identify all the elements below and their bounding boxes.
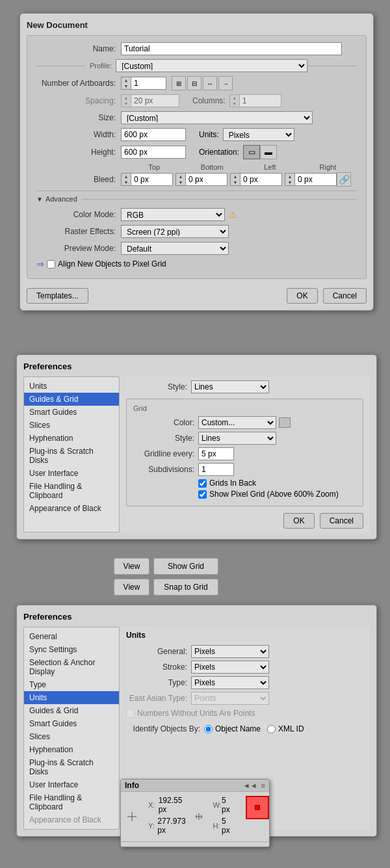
units-east-asian-row: East Asian Type: Points	[126, 692, 363, 705]
gridline-input[interactable]	[198, 447, 234, 460]
bleed-bottom-spinner[interactable]: ▲ ▼ 0 px	[176, 173, 228, 186]
pixel-grid-row: ⇒ Align New Objects to Pixel Grid	[36, 259, 357, 269]
units-sidebar-selection[interactable]: Selection & Anchor Display	[24, 656, 119, 678]
units-sidebar-type[interactable]: Type	[24, 678, 119, 691]
sidebar-item-plugins[interactable]: Plug-ins & Scratch Disks	[24, 445, 119, 467]
bleed-bottom-down[interactable]: ▼	[176, 179, 185, 185]
sidebar-item-file-handling[interactable]: File Handling & Clipboard	[24, 480, 119, 502]
units-sidebar-hyphen[interactable]: Hyphenation	[24, 743, 119, 756]
sidebar-item-smart-guides[interactable]: Smart Guides	[24, 406, 119, 419]
guides-cancel-button[interactable]: Cancel	[320, 513, 363, 529]
link-bleed-btn[interactable]: 🔗	[337, 172, 351, 187]
grid-color-swatch[interactable]	[279, 417, 291, 428]
arrow-right-icon[interactable]: →	[218, 76, 233, 90]
xml-id-radio[interactable]	[267, 725, 276, 733]
advanced-triangle-icon[interactable]: ▼	[36, 196, 43, 203]
units-sidebar-slices[interactable]: Slices	[24, 730, 119, 743]
templates-button[interactable]: Templates...	[27, 288, 88, 304]
name-input[interactable]	[121, 42, 342, 55]
color-mode-select[interactable]: RGB	[121, 208, 225, 221]
grid-2x2-icon[interactable]: ⊞	[172, 76, 186, 90]
info-menu-icon[interactable]: ≡	[261, 782, 265, 789]
guides-prefs-buttons: OK Cancel	[126, 513, 363, 529]
object-name-radio[interactable]	[204, 725, 213, 733]
guides-prefs-content: Style: Lines Grid Color: Custom... Style…	[120, 376, 370, 533]
landscape-orientation-btn[interactable]: ▬	[260, 145, 277, 159]
units-sidebar-guides[interactable]: Guides & Grid	[24, 704, 119, 717]
bleed-top-label: Top	[125, 163, 183, 171]
units-sidebar-smart[interactable]: Smart Guides	[24, 717, 119, 730]
pixel-grid-checkbox[interactable]	[47, 260, 55, 269]
sidebar-item-units[interactable]: Units	[24, 380, 119, 393]
sidebar-item-appearance[interactable]: Appearance of Black	[24, 502, 119, 515]
sidebar-item-guides-grid[interactable]: Guides & Grid	[24, 393, 119, 406]
size-select[interactable]: [Custom]	[121, 111, 313, 124]
units-general-select[interactable]: Pixels	[191, 645, 269, 658]
bleed-right-down[interactable]: ▼	[285, 179, 294, 185]
height-input[interactable]	[121, 146, 186, 159]
bleed-left-spinner[interactable]: ▲ ▼ 0 px	[230, 173, 282, 186]
units-stroke-row: Stroke: Pixels	[126, 661, 363, 674]
bleed-label: Bleed:	[36, 175, 121, 184]
bleed-left-down[interactable]: ▼	[231, 179, 240, 185]
bleed-top-spinner[interactable]: ▲ ▼ 0 px	[121, 173, 173, 186]
bleed-left-up[interactable]: ▲	[231, 174, 240, 179]
grid-color-select[interactable]: Custom...	[198, 416, 276, 429]
sidebar-item-hyphenation[interactable]: Hyphenation	[24, 432, 119, 445]
bleed-right-spinner[interactable]: ▲ ▼ 0 px	[285, 173, 337, 186]
sidebar-item-slices[interactable]: Slices	[24, 419, 119, 432]
units-general-label: General:	[126, 647, 191, 656]
units-stroke-select[interactable]: Pixels	[191, 661, 269, 674]
snap-to-grid-button[interactable]: Snap to Grid	[153, 579, 218, 596]
advanced-section: ▼ Advanced Color Mode: RGB ⚠ Raster Effe…	[36, 191, 357, 269]
guides-style-select[interactable]: Lines	[191, 380, 269, 393]
gridline-label: Gridline every:	[133, 449, 198, 458]
artboards-label: Number of Artboards:	[36, 79, 121, 88]
width-row: Width: Units: Pixels	[36, 128, 357, 141]
profile-select[interactable]: [Custom]	[116, 59, 307, 72]
preview-select[interactable]: Default	[121, 242, 229, 255]
ok-button[interactable]: OK	[287, 288, 317, 304]
show-pixel-checkbox[interactable]	[198, 490, 207, 499]
units-sidebar-sync[interactable]: Sync Settings	[24, 643, 119, 656]
units-sidebar-ui[interactable]: User Interface	[24, 778, 119, 791]
collapse-icon[interactable]: ◄◄	[243, 782, 257, 789]
units-type-row: Type: Pixels	[126, 676, 363, 689]
guides-prefs-sidebar: Units Guides & Grid Smart Guides Slices …	[23, 376, 120, 533]
units-section-title: Units	[126, 631, 363, 640]
grid-3x2-icon[interactable]: ⊟	[187, 76, 202, 90]
subdivisions-input[interactable]	[198, 463, 234, 476]
bleed-top-up[interactable]: ▲	[122, 174, 131, 179]
bleed-top-down[interactable]: ▼	[122, 179, 131, 185]
units-sidebar-general[interactable]: General	[24, 630, 119, 643]
units-sidebar-plugins[interactable]: Plug-ins & Scratch Disks	[24, 756, 119, 778]
units-sidebar-appearance[interactable]: Appearance of Black	[24, 813, 119, 826]
portrait-orientation-btn[interactable]: ▭	[243, 145, 260, 159]
cancel-button[interactable]: Cancel	[323, 288, 367, 304]
sidebar-item-ui[interactable]: User Interface	[24, 467, 119, 480]
units-type-select[interactable]: Pixels	[191, 676, 269, 689]
profile-row: Profile: [Custom]	[36, 59, 357, 72]
artboards-up-arrow[interactable]: ▲	[122, 77, 131, 83]
xml-id-label: XML ID	[278, 724, 304, 733]
info-x-row: X: 192.55 px	[148, 796, 188, 814]
view-button-2[interactable]: View	[114, 579, 150, 596]
units-sidebar-units[interactable]: Units	[24, 691, 119, 704]
raster-select[interactable]: Screen (72 ppi)	[121, 225, 229, 238]
guides-ok-button[interactable]: OK	[283, 513, 314, 529]
view-button-1[interactable]: View	[114, 558, 150, 575]
width-input[interactable]	[121, 128, 186, 141]
guides-style-row: Style: Lines	[126, 380, 363, 393]
arrange-icon[interactable]: ↔	[203, 76, 217, 90]
show-grid-button[interactable]: Show Grid	[153, 558, 218, 575]
grid-style-select[interactable]: Lines	[198, 432, 276, 445]
units-select[interactable]: Pixels	[223, 128, 294, 141]
units-sidebar-file[interactable]: File Handling & Clipboard	[24, 791, 119, 813]
artboards-spinner[interactable]: ▲ ▼ 1	[121, 77, 166, 90]
grids-back-checkbox[interactable]	[198, 479, 207, 488]
identify-objects-row: Identify Objects By: Object Name XML ID	[126, 724, 363, 733]
bleed-right-up[interactable]: ▲	[285, 174, 294, 179]
y-label: Y:	[148, 822, 157, 830]
artboards-down-arrow[interactable]: ▼	[122, 83, 131, 89]
bleed-bottom-up[interactable]: ▲	[176, 174, 185, 179]
